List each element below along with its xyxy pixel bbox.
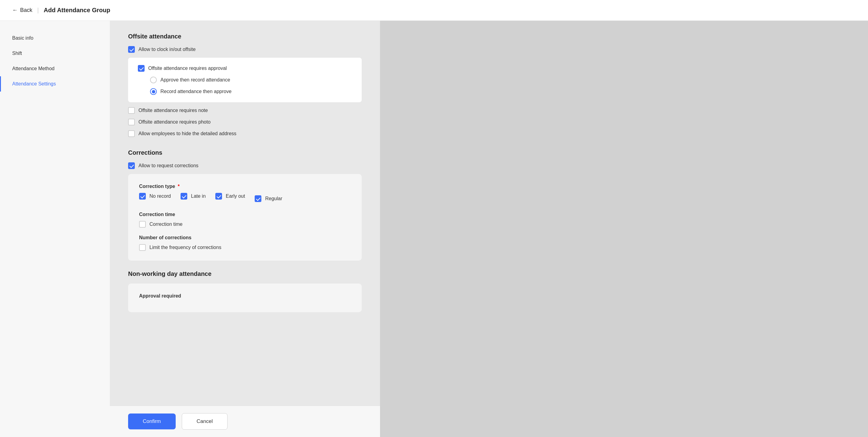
- early-out-checkbox[interactable]: [215, 193, 222, 200]
- corrections-card: Correction type * No record Late in: [128, 174, 362, 261]
- footer: Confirm Cancel: [110, 406, 380, 437]
- correction-time-checkbox[interactable]: [139, 221, 146, 228]
- correction-type-heading: Correction type *: [139, 184, 351, 189]
- allow-clock-inout-label: Allow to clock in/out offsite: [138, 47, 195, 52]
- corrections-section-title: Corrections: [128, 149, 362, 156]
- requires-approval-label: Offsite attendance requires approval: [148, 66, 227, 71]
- right-panel: [380, 21, 868, 437]
- required-asterisk: *: [178, 184, 180, 189]
- allow-clock-inout-checkbox[interactable]: [128, 46, 135, 53]
- approve-then-record-row: Approve then record attendance: [138, 77, 352, 83]
- sidebar: Basic info Shift Attendance Method Atten…: [0, 21, 110, 437]
- approve-then-record-label: Approve then record attendance: [160, 77, 230, 83]
- approve-then-record-radio[interactable]: [150, 77, 157, 83]
- regular-checkbox[interactable]: [255, 195, 261, 202]
- allow-hide-address-checkbox[interactable]: [128, 130, 135, 137]
- allow-hide-address-row: Allow employees to hide the detailed add…: [128, 130, 362, 137]
- requires-photo-checkbox[interactable]: [128, 119, 135, 125]
- record-then-approve-radio[interactable]: [150, 88, 157, 95]
- approval-required-heading: Approval required: [139, 293, 351, 299]
- correction-time-label: Correction time: [150, 222, 182, 227]
- no-record-label: No record: [150, 194, 171, 199]
- allow-corrections-checkbox[interactable]: [128, 162, 135, 169]
- app-container: ← Back | Add Attendance Group Basic info…: [0, 0, 868, 437]
- record-then-approve-label: Record attendance then approve: [160, 89, 231, 94]
- cancel-button[interactable]: Cancel: [182, 413, 228, 430]
- correction-type-options: No record Late in Early out Regular: [139, 193, 351, 204]
- late-in-row: Late in: [181, 193, 206, 200]
- limit-frequency-label: Limit the frequency of corrections: [150, 245, 221, 250]
- main-content: Offsite attendance Allow to clock in/out…: [110, 21, 380, 406]
- back-arrow-icon: ←: [12, 7, 18, 13]
- requires-approval-row: Offsite attendance requires approval: [138, 65, 352, 72]
- early-out-row: Early out: [215, 193, 245, 200]
- limit-frequency-checkbox[interactable]: [139, 244, 146, 251]
- early-out-label: Early out: [226, 194, 245, 199]
- requires-note-row: Offsite attendance requires note: [128, 107, 362, 114]
- back-button[interactable]: ← Back: [12, 7, 32, 13]
- correction-time-heading: Correction time: [139, 212, 351, 217]
- no-record-checkbox[interactable]: [139, 193, 146, 200]
- allow-corrections-row: Allow to request corrections: [128, 162, 362, 169]
- approval-nested-card: Offsite attendance requires approval App…: [128, 58, 362, 102]
- number-of-corrections-heading: Number of corrections: [139, 235, 351, 240]
- nonworking-card: Approval required: [128, 284, 362, 312]
- limit-frequency-row: Limit the frequency of corrections: [139, 244, 351, 251]
- allow-hide-address-label: Allow employees to hide the detailed add…: [138, 131, 236, 137]
- requires-note-checkbox[interactable]: [128, 107, 135, 114]
- requires-note-label: Offsite attendance requires note: [138, 108, 208, 113]
- header: ← Back | Add Attendance Group: [0, 0, 868, 21]
- page-title: Add Attendance Group: [43, 7, 110, 14]
- late-in-label: Late in: [191, 194, 206, 199]
- allow-clock-inout-row: Allow to clock in/out offsite: [128, 46, 362, 53]
- requires-approval-checkbox[interactable]: [138, 65, 145, 72]
- sidebar-item-basic-info[interactable]: Basic info: [0, 31, 110, 46]
- offsite-section-title: Offsite attendance: [128, 33, 362, 40]
- confirm-button[interactable]: Confirm: [128, 413, 176, 429]
- correction-time-row: Correction time: [139, 221, 351, 228]
- body: Basic info Shift Attendance Method Atten…: [0, 21, 868, 437]
- allow-corrections-label: Allow to request corrections: [138, 163, 198, 169]
- requires-photo-label: Offsite attendance requires photo: [138, 119, 211, 125]
- sidebar-item-attendance-settings[interactable]: Attendance Settings: [0, 76, 110, 92]
- late-in-checkbox[interactable]: [181, 193, 187, 200]
- no-record-row: No record: [139, 193, 171, 200]
- record-then-approve-row: Record attendance then approve: [138, 88, 352, 95]
- sidebar-item-shift[interactable]: Shift: [0, 46, 110, 61]
- back-label: Back: [20, 7, 32, 13]
- nonworking-section-title: Non-working day attendance: [128, 270, 362, 278]
- requires-photo-row: Offsite attendance requires photo: [128, 119, 362, 125]
- sidebar-item-attendance-method[interactable]: Attendance Method: [0, 61, 110, 76]
- regular-label: Regular: [265, 196, 282, 201]
- regular-row: Regular: [255, 195, 282, 202]
- header-divider: |: [37, 7, 39, 14]
